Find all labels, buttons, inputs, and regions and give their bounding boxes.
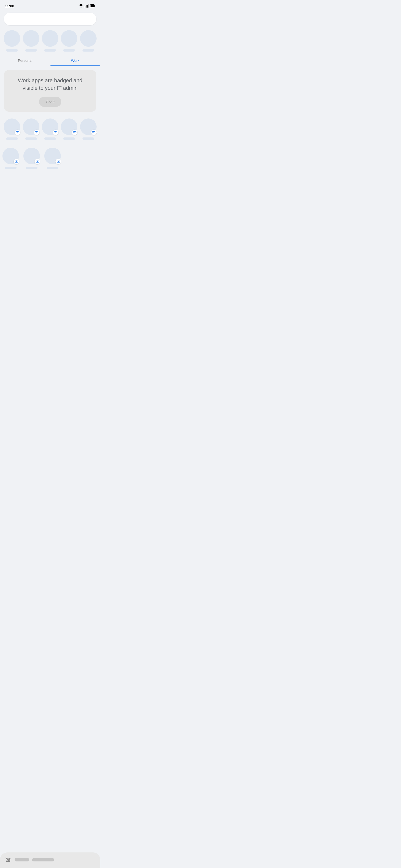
- work-app-circle: [80, 119, 97, 135]
- app-label-skeleton: [63, 49, 75, 52]
- work-app-item[interactable]: [80, 119, 97, 140]
- app-label-skeleton: [44, 137, 56, 140]
- svg-rect-6: [95, 5, 95, 6]
- app-circle: [4, 30, 20, 47]
- work-app-circle: [23, 119, 39, 135]
- app-circle: [23, 30, 39, 47]
- battery-icon: [90, 4, 95, 7]
- work-app-item[interactable]: [61, 119, 78, 140]
- svg-rect-1: [85, 6, 85, 7]
- svg-rect-7: [91, 5, 94, 7]
- top-apps-row: [0, 30, 100, 52]
- app-label-skeleton: [83, 49, 94, 52]
- app-label-skeleton: [63, 137, 75, 140]
- app-label-skeleton: [83, 137, 94, 140]
- work-badge: [53, 130, 58, 135]
- work-app-circle: [44, 148, 61, 164]
- svg-rect-2: [86, 5, 87, 7]
- work-app-circle: [4, 119, 20, 135]
- app-label-skeleton: [26, 167, 37, 169]
- work-app-item[interactable]: [4, 119, 20, 140]
- app-label-skeleton: [6, 49, 18, 52]
- app-label-skeleton: [5, 167, 17, 169]
- status-bar: 11:00: [0, 0, 100, 11]
- tab-work[interactable]: Work: [50, 55, 100, 66]
- work-badge: [15, 130, 20, 135]
- work-apps-row-2: [0, 145, 100, 169]
- wifi-icon: [79, 4, 83, 7]
- info-card: Work apps are badged and visible to your…: [4, 70, 96, 112]
- work-app-circle: [2, 148, 19, 164]
- svg-rect-4: [88, 4, 89, 7]
- work-app-item[interactable]: [44, 148, 61, 169]
- work-app-circle: [61, 119, 78, 135]
- got-it-button[interactable]: Got it: [39, 97, 61, 107]
- app-circle: [42, 30, 58, 47]
- work-app-circle: [23, 148, 40, 164]
- tab-personal[interactable]: Personal: [0, 55, 50, 66]
- app-label-skeleton: [25, 49, 37, 52]
- app-item: [42, 30, 58, 52]
- work-app-item[interactable]: [23, 119, 39, 140]
- status-time: 11:00: [5, 4, 14, 8]
- work-badge: [91, 130, 97, 135]
- work-app-item[interactable]: [23, 148, 40, 169]
- work-badge: [56, 159, 61, 164]
- work-badge: [13, 159, 19, 164]
- status-icons: [79, 4, 95, 7]
- svg-rect-3: [87, 5, 88, 7]
- app-item: [23, 30, 39, 52]
- work-app-item[interactable]: [42, 119, 58, 140]
- work-app-circle: [42, 119, 58, 135]
- info-card-message: Work apps are badged and visible to your…: [10, 77, 91, 92]
- svg-point-0: [81, 6, 82, 7]
- app-circle: [61, 30, 78, 47]
- app-item: [61, 30, 78, 52]
- app-item: [80, 30, 97, 52]
- app-circle: [80, 30, 97, 47]
- work-apps-row-1: [0, 116, 100, 143]
- tabs-container: Personal Work: [0, 55, 100, 66]
- work-badge: [35, 159, 40, 164]
- app-label-skeleton: [25, 137, 37, 140]
- work-badge: [72, 130, 78, 135]
- search-bar[interactable]: [4, 13, 96, 25]
- app-item: [4, 30, 20, 52]
- work-app-item[interactable]: [2, 148, 19, 169]
- app-label-skeleton: [6, 137, 18, 140]
- work-badge: [34, 130, 39, 135]
- signal-icon: [85, 4, 89, 7]
- app-label-skeleton: [47, 167, 58, 169]
- app-label-skeleton: [44, 49, 56, 52]
